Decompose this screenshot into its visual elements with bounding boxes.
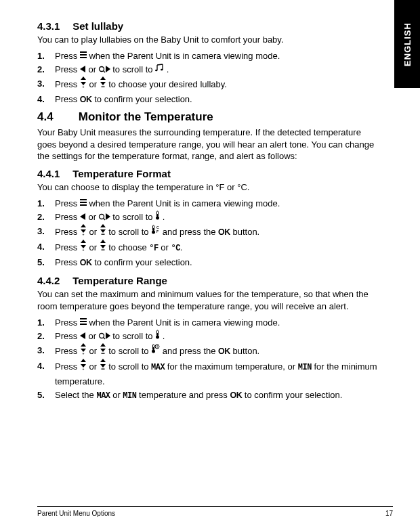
brightness-up-icon xyxy=(80,359,87,374)
thermometer-alert-icon xyxy=(151,344,160,357)
celsius-label: °C xyxy=(171,244,180,253)
max-label: MAX xyxy=(151,363,165,372)
list-item: Press or to scroll to . xyxy=(37,210,379,225)
list-item: Press when the Parent Unit is in camera … xyxy=(37,197,379,211)
left-arrow-icon xyxy=(80,330,86,343)
intro-442: You can set the maximum and minimum valu… xyxy=(37,288,379,312)
page-footer: Parent Unit Menu Options 17 xyxy=(37,506,393,517)
list-item: Press or to scroll to . xyxy=(37,63,379,77)
list-item: Press or to scroll to and press the OK b… xyxy=(37,225,379,240)
list-item: Press or to scroll to and press the OK b… xyxy=(37,344,379,359)
menu-icon xyxy=(80,196,87,210)
right-arrow-icon xyxy=(99,210,110,224)
min-label: MIN xyxy=(123,391,136,401)
brightness-up-icon xyxy=(80,343,87,359)
music-icon xyxy=(155,63,164,76)
max-label: MAX xyxy=(96,391,110,401)
heading-44: 4.4 Monitor the Temperature xyxy=(37,110,379,124)
left-arrow-icon xyxy=(80,210,86,224)
brightness-down-icon xyxy=(100,359,106,374)
footer-page: 17 xyxy=(385,510,393,517)
list-item: Press or to choose your desired lullaby. xyxy=(37,77,379,93)
thermometer-icon xyxy=(155,330,160,343)
footer-title: Parent Unit Menu Options xyxy=(37,510,115,517)
brightness-down-icon xyxy=(100,240,106,255)
menu-icon xyxy=(80,49,87,62)
thermometer-cf-icon xyxy=(151,225,160,238)
right-arrow-icon xyxy=(99,63,110,76)
language-tab-label: ENGLISH xyxy=(402,22,413,66)
fahrenheit-label: °F xyxy=(149,244,158,253)
ok-icon: OK xyxy=(230,391,242,400)
list-item: Press OK to confirm your selection. xyxy=(37,256,379,269)
steps-431: Press when the Parent Unit is in camera … xyxy=(37,49,379,107)
ok-icon: OK xyxy=(218,347,230,356)
brightness-down-icon xyxy=(100,76,106,92)
intro-44: Your Baby Unit measures the surrounding … xyxy=(37,127,379,162)
left-arrow-icon xyxy=(80,63,86,76)
list-item: Select the MAX or MIN temperature and pr… xyxy=(37,389,379,403)
heading-431: 4.3.1 Set lullaby xyxy=(37,20,379,32)
language-tab: ENGLISH xyxy=(394,0,420,88)
page-content: 4.3.1 Set lullaby You can to play lullab… xyxy=(37,15,379,407)
list-item: Press or to scroll to MAX for the maximu… xyxy=(37,359,379,389)
ok-icon: OK xyxy=(80,258,92,267)
intro-441: You can choose to display the temperatur… xyxy=(37,181,379,194)
list-item: Press when the Parent Unit is in camera … xyxy=(37,49,379,64)
min-label: MIN xyxy=(298,363,312,372)
steps-442: Press when the Parent Unit is in camera … xyxy=(37,316,379,403)
brightness-up-icon xyxy=(80,76,87,92)
right-arrow-icon xyxy=(99,330,110,343)
list-item: Press or to choose °F or °C. xyxy=(37,240,379,256)
brightness-up-icon xyxy=(80,224,87,240)
thermometer-icon xyxy=(155,210,160,224)
heading-441: 4.4.1 Temperature Format xyxy=(37,168,379,179)
ok-icon: OK xyxy=(218,227,230,237)
heading-442: 4.4.2 Temperature Range xyxy=(37,275,379,286)
list-item: Press when the Parent Unit is in camera … xyxy=(37,316,379,330)
steps-441: Press when the Parent Unit is in camera … xyxy=(37,197,379,270)
brightness-down-icon xyxy=(100,343,106,359)
list-item: Press OK to confirm your selection. xyxy=(37,93,379,106)
ok-icon: OK xyxy=(80,95,92,104)
list-item: Press or to scroll to . xyxy=(37,330,379,344)
menu-icon xyxy=(80,315,87,329)
brightness-up-icon xyxy=(80,240,87,255)
intro-431: You can to play lullabies on the Baby Un… xyxy=(37,34,379,46)
brightness-down-icon xyxy=(100,224,106,240)
